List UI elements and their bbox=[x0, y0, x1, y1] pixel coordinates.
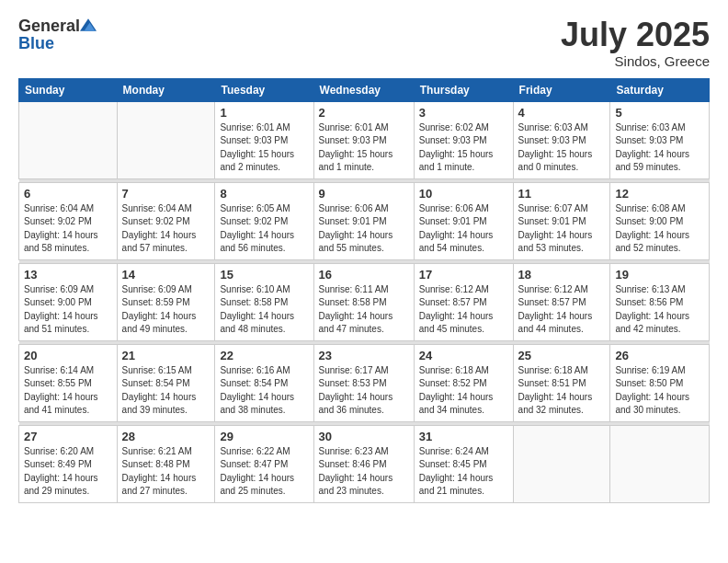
day-info: Sunrise: 6:20 AMSunset: 8:49 PMDaylight:… bbox=[24, 445, 112, 499]
day-info: Sunrise: 6:16 AMSunset: 8:54 PMDaylight:… bbox=[220, 364, 308, 418]
day-info: Sunrise: 6:09 AMSunset: 9:00 PMDaylight:… bbox=[24, 283, 112, 337]
week-row-4: 27Sunrise: 6:20 AMSunset: 8:49 PMDayligh… bbox=[19, 425, 710, 502]
day-number: 14 bbox=[122, 268, 210, 282]
calendar-cell bbox=[513, 425, 610, 502]
week-row-1: 6Sunrise: 6:04 AMSunset: 9:02 PMDaylight… bbox=[19, 182, 710, 259]
header-monday: Monday bbox=[117, 78, 215, 101]
calendar-cell bbox=[19, 101, 118, 178]
day-number: 24 bbox=[419, 349, 508, 362]
day-number: 22 bbox=[220, 349, 308, 362]
calendar-cell: 27Sunrise: 6:20 AMSunset: 8:49 PMDayligh… bbox=[19, 425, 118, 502]
calendar-cell: 17Sunrise: 6:12 AMSunset: 8:57 PMDayligh… bbox=[414, 263, 513, 340]
day-number: 27 bbox=[24, 430, 112, 443]
day-number: 26 bbox=[615, 349, 704, 362]
calendar-cell: 23Sunrise: 6:17 AMSunset: 8:53 PMDayligh… bbox=[313, 344, 414, 421]
day-number: 7 bbox=[122, 187, 210, 201]
day-number: 1 bbox=[220, 106, 308, 120]
day-number: 30 bbox=[319, 430, 409, 443]
calendar-cell: 12Sunrise: 6:08 AMSunset: 9:00 PMDayligh… bbox=[610, 182, 710, 259]
calendar-cell: 15Sunrise: 6:10 AMSunset: 8:58 PMDayligh… bbox=[215, 263, 313, 340]
week-row-0: 1Sunrise: 6:01 AMSunset: 9:03 PMDaylight… bbox=[19, 101, 710, 178]
day-info: Sunrise: 6:04 AMSunset: 9:02 PMDaylight:… bbox=[24, 202, 112, 256]
day-info: Sunrise: 6:08 AMSunset: 9:00 PMDaylight:… bbox=[615, 202, 704, 256]
day-info: Sunrise: 6:02 AMSunset: 9:03 PMDaylight:… bbox=[419, 121, 508, 175]
calendar-cell: 14Sunrise: 6:09 AMSunset: 8:59 PMDayligh… bbox=[117, 263, 215, 340]
header-tuesday: Tuesday bbox=[215, 78, 313, 101]
day-info: Sunrise: 6:06 AMSunset: 9:01 PMDaylight:… bbox=[419, 202, 508, 256]
day-info: Sunrise: 6:17 AMSunset: 8:53 PMDaylight:… bbox=[319, 364, 409, 418]
calendar-cell: 6Sunrise: 6:04 AMSunset: 9:02 PMDaylight… bbox=[19, 182, 118, 259]
day-info: Sunrise: 6:11 AMSunset: 8:58 PMDaylight:… bbox=[319, 283, 409, 337]
day-number: 9 bbox=[319, 187, 409, 201]
header-thursday: Thursday bbox=[414, 78, 513, 101]
title-location: Sindos, Greece bbox=[561, 53, 710, 69]
day-number: 6 bbox=[24, 187, 112, 201]
header-saturday: Saturday bbox=[610, 78, 710, 101]
logo-general: General bbox=[18, 17, 80, 34]
calendar-cell: 20Sunrise: 6:14 AMSunset: 8:55 PMDayligh… bbox=[19, 344, 118, 421]
week-row-2: 13Sunrise: 6:09 AMSunset: 9:00 PMDayligh… bbox=[19, 263, 710, 340]
day-number: 10 bbox=[419, 187, 508, 201]
day-info: Sunrise: 6:06 AMSunset: 9:01 PMDaylight:… bbox=[319, 202, 409, 256]
day-number: 15 bbox=[220, 268, 308, 282]
title-month: July 2025 bbox=[561, 17, 710, 53]
day-info: Sunrise: 6:19 AMSunset: 8:50 PMDaylight:… bbox=[615, 364, 704, 418]
calendar-cell: 1Sunrise: 6:01 AMSunset: 9:03 PMDaylight… bbox=[215, 101, 313, 178]
calendar-cell: 19Sunrise: 6:13 AMSunset: 8:56 PMDayligh… bbox=[610, 263, 710, 340]
day-number: 12 bbox=[615, 187, 704, 201]
day-number: 5 bbox=[615, 106, 704, 120]
calendar-cell: 30Sunrise: 6:23 AMSunset: 8:46 PMDayligh… bbox=[313, 425, 414, 502]
day-info: Sunrise: 6:07 AMSunset: 9:01 PMDaylight:… bbox=[518, 202, 606, 256]
day-info: Sunrise: 6:01 AMSunset: 9:03 PMDaylight:… bbox=[220, 121, 308, 175]
day-number: 31 bbox=[419, 430, 508, 443]
logo: General Blue bbox=[18, 17, 97, 52]
calendar-cell: 25Sunrise: 6:18 AMSunset: 8:51 PMDayligh… bbox=[513, 344, 610, 421]
header-sunday: Sunday bbox=[19, 78, 118, 101]
day-number: 11 bbox=[518, 187, 606, 201]
day-info: Sunrise: 6:09 AMSunset: 8:59 PMDaylight:… bbox=[122, 283, 210, 337]
calendar: Sunday Monday Tuesday Wednesday Thursday… bbox=[18, 78, 710, 503]
day-number: 25 bbox=[518, 349, 606, 362]
day-info: Sunrise: 6:03 AMSunset: 9:03 PMDaylight:… bbox=[518, 121, 606, 175]
title-block: July 2025 Sindos, Greece bbox=[561, 17, 710, 69]
day-number: 16 bbox=[319, 268, 409, 282]
day-number: 18 bbox=[518, 268, 606, 282]
calendar-cell: 11Sunrise: 6:07 AMSunset: 9:01 PMDayligh… bbox=[513, 182, 610, 259]
header-friday: Friday bbox=[513, 78, 610, 101]
calendar-cell: 24Sunrise: 6:18 AMSunset: 8:52 PMDayligh… bbox=[414, 344, 513, 421]
day-info: Sunrise: 6:18 AMSunset: 8:52 PMDaylight:… bbox=[419, 364, 508, 418]
day-info: Sunrise: 6:12 AMSunset: 8:57 PMDaylight:… bbox=[419, 283, 508, 337]
day-info: Sunrise: 6:04 AMSunset: 9:02 PMDaylight:… bbox=[122, 202, 210, 256]
calendar-cell: 28Sunrise: 6:21 AMSunset: 8:48 PMDayligh… bbox=[117, 425, 215, 502]
calendar-cell: 31Sunrise: 6:24 AMSunset: 8:45 PMDayligh… bbox=[414, 425, 513, 502]
day-info: Sunrise: 6:12 AMSunset: 8:57 PMDaylight:… bbox=[518, 283, 606, 337]
calendar-cell: 16Sunrise: 6:11 AMSunset: 8:58 PMDayligh… bbox=[313, 263, 414, 340]
day-number: 20 bbox=[24, 349, 112, 362]
calendar-cell: 3Sunrise: 6:02 AMSunset: 9:03 PMDaylight… bbox=[414, 101, 513, 178]
day-number: 4 bbox=[518, 106, 606, 120]
calendar-cell: 8Sunrise: 6:05 AMSunset: 9:02 PMDaylight… bbox=[215, 182, 313, 259]
calendar-cell: 29Sunrise: 6:22 AMSunset: 8:47 PMDayligh… bbox=[215, 425, 313, 502]
day-info: Sunrise: 6:22 AMSunset: 8:47 PMDaylight:… bbox=[220, 445, 308, 499]
day-number: 13 bbox=[24, 268, 112, 282]
day-number: 17 bbox=[419, 268, 508, 282]
logo-blue: Blue bbox=[18, 35, 54, 52]
day-info: Sunrise: 6:14 AMSunset: 8:55 PMDaylight:… bbox=[24, 364, 112, 418]
calendar-cell: 10Sunrise: 6:06 AMSunset: 9:01 PMDayligh… bbox=[414, 182, 513, 259]
calendar-cell: 18Sunrise: 6:12 AMSunset: 8:57 PMDayligh… bbox=[513, 263, 610, 340]
calendar-cell: 26Sunrise: 6:19 AMSunset: 8:50 PMDayligh… bbox=[610, 344, 710, 421]
calendar-cell: 7Sunrise: 6:04 AMSunset: 9:02 PMDaylight… bbox=[117, 182, 215, 259]
calendar-cell: 9Sunrise: 6:06 AMSunset: 9:01 PMDaylight… bbox=[313, 182, 414, 259]
day-number: 8 bbox=[220, 187, 308, 201]
day-info: Sunrise: 6:24 AMSunset: 8:45 PMDaylight:… bbox=[419, 445, 508, 499]
day-number: 3 bbox=[419, 106, 508, 120]
page: General Blue July 2025 Sindos, Greece Su… bbox=[0, 0, 728, 563]
day-info: Sunrise: 6:01 AMSunset: 9:03 PMDaylight:… bbox=[319, 121, 409, 175]
calendar-cell: 21Sunrise: 6:15 AMSunset: 8:54 PMDayligh… bbox=[117, 344, 215, 421]
day-info: Sunrise: 6:03 AMSunset: 9:03 PMDaylight:… bbox=[615, 121, 704, 175]
day-number: 21 bbox=[122, 349, 210, 362]
calendar-cell: 22Sunrise: 6:16 AMSunset: 8:54 PMDayligh… bbox=[215, 344, 313, 421]
weekday-header-row: Sunday Monday Tuesday Wednesday Thursday… bbox=[19, 78, 710, 101]
logo-icon bbox=[80, 17, 97, 33]
day-info: Sunrise: 6:05 AMSunset: 9:02 PMDaylight:… bbox=[220, 202, 308, 256]
